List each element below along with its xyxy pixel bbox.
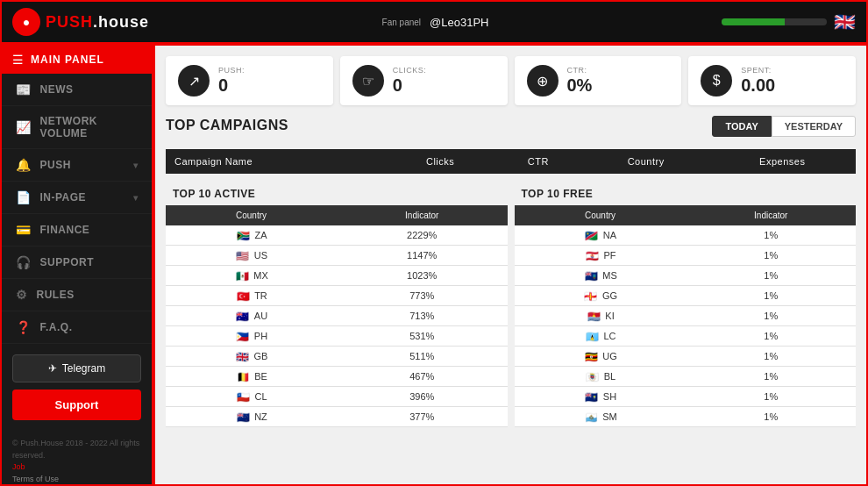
country-flag: 🇿🇦 bbox=[235, 230, 251, 240]
country-cell: 🇲🇸 MS bbox=[515, 266, 687, 286]
job-link[interactable]: Job bbox=[12, 461, 141, 474]
country-flag: 🇵🇫 bbox=[584, 250, 600, 261]
table-row: 🇲🇸 MS 1% bbox=[515, 266, 857, 286]
country-code: PH bbox=[254, 331, 267, 341]
sidebar-item-rules[interactable]: ⚙ RULES bbox=[2, 279, 152, 311]
top10-active: TOP 10 ACTIVE Country Indicator 🇿🇦 ZA 22… bbox=[166, 182, 508, 427]
sidebar-bottom: ✈ Telegram Support bbox=[2, 344, 152, 431]
country-cell: 🇵🇫 PF bbox=[515, 246, 687, 266]
telegram-button[interactable]: ✈ Telegram bbox=[12, 354, 141, 382]
main-panel-icon: ☰ bbox=[12, 53, 24, 67]
spent-stat-label: SPENT: bbox=[741, 66, 775, 75]
fan-panel-label: Fan panel bbox=[382, 18, 421, 27]
table-row: 🇿🇦 ZA 2229% bbox=[166, 225, 508, 246]
sidebar-news-label: NEWS bbox=[40, 83, 74, 96]
sidebar: ☰ MAIN PANEL 📰 NEWS 📈 NETWORK VOLUME 🔔 P… bbox=[0, 44, 153, 486]
country-code: TR bbox=[254, 290, 267, 301]
sidebar-item-news[interactable]: 📰 NEWS bbox=[2, 74, 152, 106]
top10-active-title: TOP 10 ACTIVE bbox=[166, 182, 508, 205]
indicator-cell: 773% bbox=[337, 286, 508, 306]
country-flag: 🇹🇷 bbox=[235, 290, 251, 301]
indicator-cell: 1% bbox=[687, 286, 856, 306]
footer-text: © Push.House 2018 - 2022 All rights rese… bbox=[12, 439, 139, 460]
col-country: Country bbox=[583, 149, 709, 174]
country-code: GB bbox=[254, 351, 268, 361]
country-cell: 🇹🇷 TR bbox=[166, 286, 337, 306]
sidebar-finance-label: FINANCE bbox=[40, 224, 90, 236]
country-code: UG bbox=[602, 351, 617, 361]
country-flag: 🇨🇱 bbox=[235, 391, 251, 402]
country-cell: 🇧🇪 BE bbox=[166, 367, 337, 387]
sidebar-item-network-volume[interactable]: 📈 NETWORK VOLUME bbox=[2, 106, 152, 149]
section-header: TOP CAMPAIGNS TODAY YESTERDAY bbox=[166, 116, 856, 144]
sidebar-item-support[interactable]: 🎧 SUPPORT bbox=[2, 247, 152, 279]
country-cell: 🇦🇺 AU bbox=[166, 306, 337, 326]
indicator-cell: 1% bbox=[687, 225, 856, 246]
period-buttons: TODAY YESTERDAY bbox=[712, 116, 856, 137]
sidebar-item-finance[interactable]: 💳 FINANCE bbox=[2, 214, 152, 247]
country-code: PF bbox=[603, 250, 615, 261]
table-row: 🇵🇭 PH 531% bbox=[166, 326, 508, 347]
country-flag: 🇰🇮 bbox=[586, 311, 601, 321]
push-icon: 🔔 bbox=[16, 158, 32, 172]
news-icon: 📰 bbox=[16, 82, 32, 96]
stat-clicks: ☞ CLICKS: 0 bbox=[340, 56, 508, 105]
indicator-cell: 1023% bbox=[337, 266, 508, 286]
table-row: 🇧🇪 BE 467% bbox=[166, 367, 508, 387]
indicator-cell: 531% bbox=[337, 326, 508, 347]
country-code: MS bbox=[602, 270, 617, 281]
sidebar-footer: © Push.House 2018 - 2022 All rights rese… bbox=[2, 431, 152, 486]
indicator-cell: 467% bbox=[337, 367, 508, 387]
country-cell: 🇰🇮 KI bbox=[515, 306, 687, 326]
country-flag: 🇺🇬 bbox=[583, 351, 599, 361]
free-col-indicator: Indicator bbox=[687, 205, 856, 225]
country-flag: 🇱🇨 bbox=[584, 331, 600, 341]
indicator-cell: 1% bbox=[687, 306, 856, 326]
ctr-stat-value: 0% bbox=[567, 75, 593, 96]
country-code: MX bbox=[253, 270, 268, 281]
country-cell: 🇺🇸 US bbox=[166, 246, 337, 266]
col-expenses: Expenses bbox=[709, 149, 857, 174]
sidebar-rules-label: RULES bbox=[37, 289, 75, 301]
indicator-cell: 1% bbox=[687, 387, 856, 407]
country-flag: 🇳🇿 bbox=[235, 411, 251, 422]
sidebar-item-in-page[interactable]: 📄 IN-PAGE ▾ bbox=[2, 182, 152, 214]
indicator-cell: 1% bbox=[687, 246, 856, 266]
terms-link[interactable]: Terms of Use bbox=[12, 474, 141, 486]
sidebar-faq-label: F.A.Q. bbox=[40, 321, 73, 333]
country-flag: 🇧🇱 bbox=[585, 371, 601, 382]
country-code: US bbox=[254, 250, 267, 261]
country-code: CL bbox=[254, 391, 267, 402]
free-col-country: Country bbox=[515, 205, 687, 225]
top10-free-title: TOP 10 FREE bbox=[515, 182, 857, 205]
sidebar-item-push[interactable]: 🔔 PUSH ▾ bbox=[2, 149, 152, 182]
country-code: SM bbox=[602, 411, 617, 422]
finance-icon: 💳 bbox=[16, 223, 32, 237]
indicator-cell: 1% bbox=[687, 326, 856, 347]
active-col-country: Country bbox=[166, 205, 337, 225]
stats-row: ↗ PUSH: 0 ☞ CLICKS: 0 ⊕ CTR: 0% bbox=[166, 56, 856, 105]
table-row: 🇸🇭 SH 1% bbox=[515, 387, 857, 407]
col-ctr: CTR bbox=[494, 149, 583, 174]
network-volume-icon: 📈 bbox=[16, 120, 32, 134]
today-button[interactable]: TODAY bbox=[712, 116, 771, 137]
telegram-icon: ✈ bbox=[48, 362, 57, 375]
in-page-icon: 📄 bbox=[16, 190, 32, 204]
support-button[interactable]: Support bbox=[12, 390, 141, 420]
indicator-cell: 1% bbox=[687, 347, 856, 367]
yesterday-button[interactable]: YESTERDAY bbox=[772, 116, 856, 137]
clicks-stat-value: 0 bbox=[393, 75, 427, 96]
ctr-stat-icon: ⊕ bbox=[527, 65, 559, 96]
country-cell: 🇬🇧 GB bbox=[166, 347, 337, 367]
country-code: BL bbox=[604, 371, 615, 382]
indicator-cell: 396% bbox=[337, 387, 508, 407]
country-flag: 🇬🇬 bbox=[583, 290, 599, 301]
country-code: BE bbox=[254, 371, 267, 382]
table-row: 🇱🇨 LC 1% bbox=[515, 326, 857, 347]
table-row: 🇲🇽 MX 1023% bbox=[166, 266, 508, 286]
sidebar-push-label: PUSH bbox=[40, 159, 71, 171]
country-cell: 🇸🇲 SM bbox=[515, 407, 687, 427]
country-flag: 🇲🇽 bbox=[234, 270, 250, 281]
sidebar-item-faq[interactable]: ❓ F.A.Q. bbox=[2, 311, 152, 344]
in-page-arrow-icon: ▾ bbox=[133, 193, 139, 203]
